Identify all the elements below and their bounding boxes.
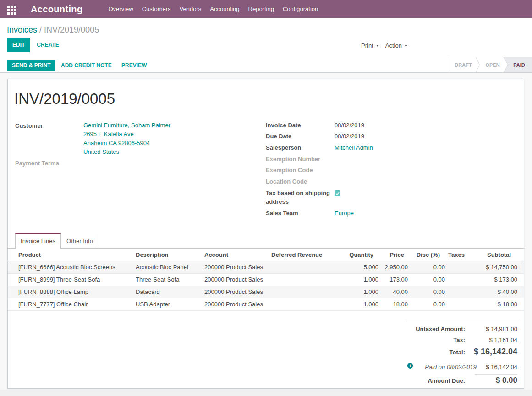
svg-text:PAID: PAID <box>513 62 525 68</box>
svg-text:DRAFT: DRAFT <box>455 62 472 68</box>
svg-text:OPEN: OPEN <box>485 62 499 68</box>
